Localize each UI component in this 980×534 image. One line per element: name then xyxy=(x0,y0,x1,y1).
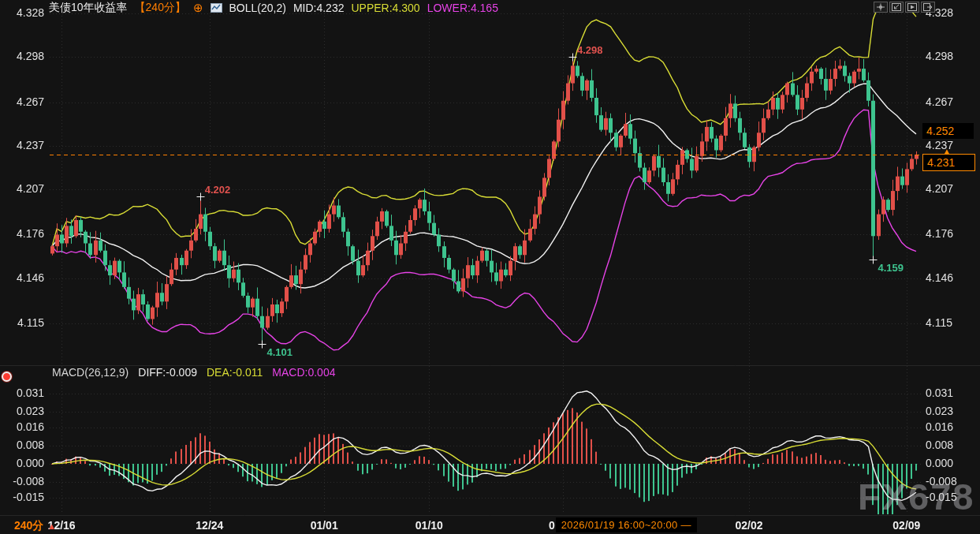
add-indicator-icon[interactable]: ⊕ xyxy=(193,2,203,13)
up-arrow-icon: ▲ xyxy=(47,521,56,531)
price-axis-label-left: 4.176 xyxy=(0,227,44,240)
boll-name-label: BOLL(20,2) xyxy=(229,2,286,14)
macd-params-label: MACD(26,12,9) xyxy=(52,366,129,379)
price-axis-label-left: 4.146 xyxy=(0,271,44,284)
macd-axis-label-right: 0.031 xyxy=(926,386,953,399)
price-axis-label-left: 4.298 xyxy=(0,50,44,62)
macd-axis-label-right: 0.000 xyxy=(926,457,953,469)
price-axis-label-left: 4.328 xyxy=(0,6,44,19)
macd-axis-label-left: 0.023 xyxy=(0,405,44,417)
tooltip-text: 2026/01/19 16:00~20:00 — xyxy=(556,517,697,532)
play-pane-icon[interactable] xyxy=(905,2,919,13)
macd-axis-label-right: 0.023 xyxy=(926,405,953,417)
macd-macd-value: MACD:0.004 xyxy=(272,366,335,379)
mini-chart-icon[interactable] xyxy=(211,3,222,13)
macd-axis-label-left: 0.008 xyxy=(0,439,44,451)
pan-tool-icon[interactable] xyxy=(874,2,888,13)
macd-axis-label-right: 0.016 xyxy=(926,420,953,433)
macd-axis-label-left: -0.015 xyxy=(0,491,44,503)
time-axis-tick: 02/02 xyxy=(736,519,763,532)
macd-pane-header: MACD(26,12,9) DIFF:-0.009 DEA:-0.011 MAC… xyxy=(52,366,335,379)
macd-dea-value: DEA:-0.011 xyxy=(207,366,263,379)
price-axis-label-left: 4.267 xyxy=(0,95,44,108)
tooltip-prefix: 0 xyxy=(549,519,555,532)
price-axis-label-left: 4.207 xyxy=(0,182,44,195)
macd-axis-label-left: 0.016 xyxy=(0,420,44,433)
macd-axis-label-left: 0.031 xyxy=(0,386,44,399)
watermark: FX678 xyxy=(858,475,974,518)
macd-axis-label-right: 0.008 xyxy=(926,439,953,451)
boll-upper-value: UPPER:4.300 xyxy=(351,2,419,14)
instrument-title: 美债10年收益率 xyxy=(49,1,128,15)
timeframe-selector[interactable]: 240分 ▲ xyxy=(14,519,56,533)
macd-axis-label-left: 0.000 xyxy=(0,457,44,469)
price-pane-header: 美债10年收益率 【240分】 ⊕ BOLL(20,2) MID:4.232 U… xyxy=(49,1,498,15)
indicator-record-dot-icon[interactable] xyxy=(2,372,12,382)
period-badge[interactable]: 【240分】 xyxy=(135,1,186,15)
price-axis-label-left: 4.115 xyxy=(0,316,44,329)
price-axis-label-right: 4.298 xyxy=(926,50,953,62)
price-tag-4.231: 4.231 xyxy=(922,154,975,171)
price-annotation: 4.159 xyxy=(878,262,904,274)
time-axis-tick: 02/09 xyxy=(892,519,920,532)
chart-toolbar xyxy=(874,2,935,13)
boll-mid-value: MID:4.232 xyxy=(293,2,345,14)
price-axis-label-right: 4.267 xyxy=(926,95,953,108)
time-axis-tick: 01/10 xyxy=(415,519,443,532)
price-annotation: 4.202 xyxy=(205,184,231,196)
price-tag-4.252: 4.252 xyxy=(922,123,974,139)
time-axis-tooltip: 0 2026/01/19 16:00~20:00 — xyxy=(549,517,697,532)
price-axis-label-right: 4.207 xyxy=(926,182,953,195)
boll-lower-value: LOWER:4.165 xyxy=(427,2,498,14)
snapshot-pane-icon[interactable] xyxy=(889,2,904,13)
macd-axis-label-left: -0.008 xyxy=(0,475,44,487)
macd-diff-value: DIFF:-0.009 xyxy=(138,366,197,379)
time-axis-tick: 12/24 xyxy=(196,519,223,532)
timeframe-label: 240分 xyxy=(14,519,43,533)
chart-window: 美债10年收益率 【240分】 ⊕ BOLL(20,2) MID:4.232 U… xyxy=(0,0,980,534)
price-axis-label-right: 4.176 xyxy=(926,227,953,240)
chart-canvas[interactable] xyxy=(0,0,980,534)
price-annotation: 4.298 xyxy=(577,44,603,56)
price-annotation: 4.101 xyxy=(266,346,293,358)
price-axis-label-right: 4.146 xyxy=(926,271,953,284)
time-axis-tick: 01/01 xyxy=(311,519,338,532)
price-axis-label-right: 4.115 xyxy=(926,316,952,329)
price-axis-label-left: 4.237 xyxy=(0,139,44,151)
export-pane-icon[interactable] xyxy=(921,2,935,13)
